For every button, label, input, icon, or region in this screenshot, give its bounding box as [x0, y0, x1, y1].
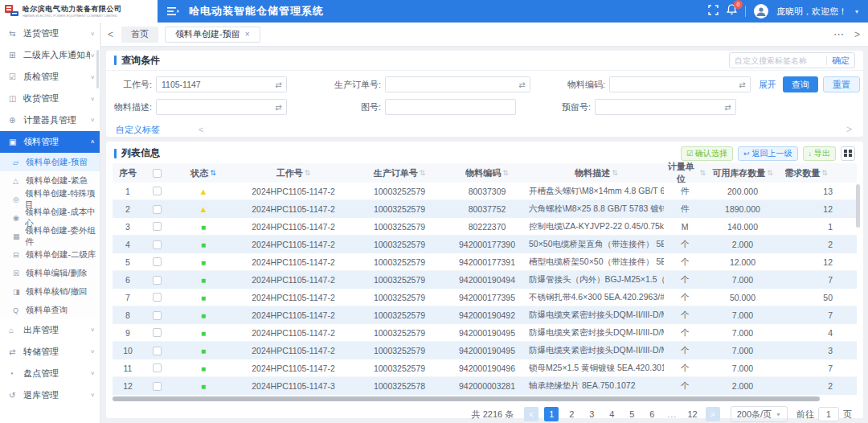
checkbox-icon[interactable]: [153, 311, 162, 320]
table-row[interactable]: 7■2024HPC1105-1147-210003252579942000177…: [113, 289, 857, 306]
sidebar-item-stocktake-management[interactable]: ◔盘点管理∨: [0, 363, 100, 384]
tab-scroll-right-icon[interactable]: >: [854, 29, 860, 40]
sidebar-item-return-management[interactable]: ↺退库管理∨: [0, 384, 100, 406]
sidebar-item-secondary-inbound-notice[interactable]: ⊞二级库入库通知单∨: [0, 44, 100, 66]
row-checkbox-cell[interactable]: [143, 187, 170, 195]
sidebar-subitem-create-reserved[interactable]: ▱领料单创建-预留: [0, 153, 100, 171]
row-checkbox-cell[interactable]: [143, 222, 170, 231]
page-size-select[interactable]: 200条/页 ▼: [731, 406, 788, 422]
checkbox-icon[interactable]: [153, 347, 162, 355]
checkbox-icon[interactable]: [153, 205, 162, 214]
chevron-right-icon[interactable]: >: [846, 124, 852, 135]
material-desc-input[interactable]: [156, 99, 272, 115]
table-row[interactable]: 4■2024HPC1105-1147-210003252579942000177…: [113, 236, 857, 253]
checkbox-icon[interactable]: [153, 293, 162, 302]
checkbox-icon[interactable]: [153, 257, 162, 266]
column-header-8[interactable]: 需求数量⇅: [780, 163, 845, 183]
sidebar-item-measuring-tools-management[interactable]: ⊕计量器具管理∨: [0, 109, 100, 131]
prev-page-button[interactable]: <: [524, 407, 538, 421]
sidebar-item-requisition-management[interactable]: ▣领料管理∧: [0, 131, 100, 153]
page-button-4[interactable]: 4: [604, 407, 619, 421]
work-no-input[interactable]: [156, 76, 272, 92]
notification-bell-icon[interactable]: 0: [727, 4, 737, 18]
page-button-3[interactable]: 3: [584, 407, 599, 421]
column-header-6[interactable]: 计量单位⇅: [664, 163, 706, 183]
select-all-cell[interactable]: [143, 163, 170, 183]
table-vertical-scrollbar[interactable]: [856, 184, 860, 395]
sidebar-item-delivery-management[interactable]: ⇆送货管理∨: [0, 23, 100, 44]
table-row[interactable]: 3■2024HPC1105-1147-21000325257980222370控…: [113, 218, 857, 236]
tab-home[interactable]: 首页: [121, 27, 158, 43]
page-button-2[interactable]: 2: [564, 407, 579, 421]
sidebar-item-outbound-management[interactable]: ⌂出库管理∨: [0, 319, 100, 341]
sidebar-item-quality-management[interactable]: ☑质检管理∨: [0, 66, 100, 88]
user-greeting[interactable]: 庞晓明，欢迎您！: [776, 6, 847, 18]
checkbox-icon[interactable]: [153, 187, 162, 195]
goto-page-input[interactable]: [818, 407, 839, 421]
sidebar-subitem-edit-delete[interactable]: ☒领料单编辑/删除: [0, 264, 100, 282]
tag-search-confirm-button[interactable]: 确定: [832, 55, 850, 67]
page-button-6[interactable]: 6: [645, 407, 659, 421]
column-header-5[interactable]: 物料描述⇅: [526, 163, 664, 183]
sidebar-subitem-writeoff-withdraw[interactable]: ◨领料单核销/撤回: [0, 282, 100, 301]
confirm-selection-button[interactable]: ☑确认选择: [681, 146, 733, 161]
filter-icon[interactable]: ⇄: [271, 99, 287, 115]
checkbox-icon[interactable]: [153, 240, 162, 249]
sidebar-subitem-create-secondary-store[interactable]: ⊟领料单创建-二级库: [0, 245, 100, 264]
table-row[interactable]: 5■2024HPC1105-1147-210003252579942000177…: [113, 253, 857, 271]
export-button[interactable]: ↓导出: [803, 146, 837, 161]
table-row[interactable]: 10■2024HPC1105-1147-21000325257994200019…: [113, 342, 857, 359]
next-page-button[interactable]: >: [706, 407, 720, 421]
row-checkbox-cell[interactable]: [143, 257, 170, 266]
table-row[interactable]: 11■2024HPC1105-1147-21000325257994200019…: [113, 359, 857, 377]
sidebar-subitem-create-outsourced[interactable]: ▦领料单创建-委外组件: [0, 227, 100, 245]
filter-icon[interactable]: ⇄: [735, 76, 751, 92]
production-order-input[interactable]: [385, 76, 516, 92]
table-row[interactable]: 12■2024HPC1105-1147-31000325257894200000…: [113, 377, 857, 395]
checkbox-icon[interactable]: [153, 276, 162, 285]
chevron-down-icon[interactable]: ▾: [855, 8, 858, 15]
row-checkbox-cell[interactable]: [143, 293, 170, 302]
page-button-1[interactable]: 1: [544, 407, 559, 421]
tab-more-icon[interactable]: ⋯: [833, 28, 845, 40]
tag-search-input[interactable]: [735, 56, 821, 65]
expand-link[interactable]: 展开: [759, 79, 776, 91]
sidebar-scrollbar[interactable]: [96, 50, 99, 88]
table-row[interactable]: 2▲2024HPC1105-1147-21000325257980037752六…: [113, 200, 857, 218]
close-icon[interactable]: ×: [245, 30, 250, 39]
table-row[interactable]: 9■2024HPC1105-1147-210003252579942000190…: [113, 324, 857, 342]
table-row[interactable]: 8■2024HPC1105-1147-210003252579942000190…: [113, 306, 857, 324]
row-checkbox-cell[interactable]: [143, 363, 170, 372]
material-code-input[interactable]: [609, 76, 736, 92]
page-button-5[interactable]: 5: [624, 407, 639, 421]
reset-button[interactable]: 重置: [823, 76, 860, 92]
avatar[interactable]: [754, 4, 768, 18]
column-header-1[interactable]: 状态⇅: [170, 163, 236, 183]
row-checkbox-cell[interactable]: [143, 240, 170, 249]
sidebar-item-receiving-management[interactable]: ◫收货管理∨: [0, 88, 100, 109]
filter-icon[interactable]: ⇄: [271, 76, 287, 92]
drawing-no-input[interactable]: [385, 99, 516, 115]
tab-scroll-left-icon[interactable]: <: [108, 29, 113, 40]
sidebar-item-transfer-management[interactable]: ⇄转储管理∨: [0, 341, 100, 363]
row-checkbox-cell[interactable]: [143, 347, 170, 355]
checkbox-icon[interactable]: [153, 363, 162, 372]
filter-icon[interactable]: ⇄: [720, 99, 736, 115]
custom-tag-link[interactable]: 自定义标签: [116, 124, 160, 136]
row-checkbox-cell[interactable]: [143, 382, 170, 391]
chevron-left-icon[interactable]: <: [199, 125, 203, 134]
tab-requisition-reserved[interactable]: 领料单创建-预留 ×: [165, 27, 260, 43]
row-checkbox-cell[interactable]: [143, 205, 170, 214]
back-to-parent-button[interactable]: ↩返回上一级: [738, 146, 798, 161]
column-header-4[interactable]: 物料编码⇅: [448, 163, 526, 183]
sidebar-subitem-requisition-query[interactable]: Q领料单查询: [0, 301, 100, 319]
search-button[interactable]: 查询: [783, 76, 818, 92]
row-checkbox-cell[interactable]: [143, 311, 170, 320]
page-button-12[interactable]: 12: [685, 407, 699, 421]
checkbox-icon[interactable]: [153, 222, 162, 231]
table-row[interactable]: 1▲2024HPC1105-1147-21000325257980037309开…: [113, 183, 857, 200]
column-header-2[interactable]: 工作号⇅: [236, 163, 350, 183]
row-checkbox-cell[interactable]: [143, 276, 170, 285]
reserve-no-input[interactable]: [595, 99, 722, 115]
checkbox-icon[interactable]: [153, 169, 162, 178]
